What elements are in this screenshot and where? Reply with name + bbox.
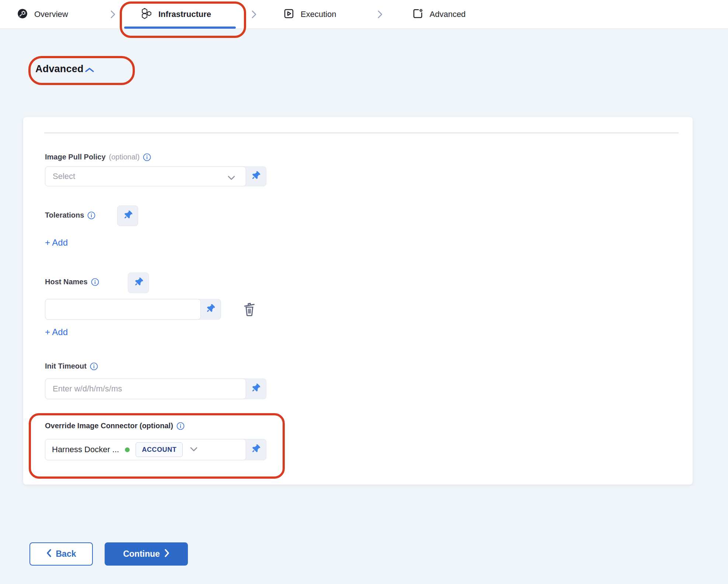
tab-infrastructure[interactable]: Infrastructure	[140, 0, 211, 29]
info-icon[interactable]	[143, 153, 151, 161]
pushpin-icon	[123, 211, 132, 221]
chevron-down-icon	[228, 175, 235, 182]
chevron-right-icon	[250, 10, 258, 19]
overview-icon	[17, 8, 28, 21]
host-names-pin-button[interactable]	[128, 272, 149, 293]
chevron-right-icon	[109, 10, 117, 19]
tolerations-add-button[interactable]: + Add	[45, 238, 68, 248]
tab-execution[interactable]: Execution	[283, 0, 336, 29]
trash-icon	[242, 300, 257, 319]
info-icon[interactable]	[87, 211, 95, 219]
tab-overview-label: Overview	[34, 10, 68, 19]
chevron-right-icon	[376, 10, 384, 19]
tolerations-label-text: Tolerations	[45, 211, 84, 219]
connector-status-dot	[125, 447, 130, 452]
image-pull-policy-label: Image Pull Policy (optional)	[45, 153, 151, 161]
init-timeout-input-wrap	[45, 379, 246, 399]
continue-button-label: Continue	[123, 549, 160, 559]
host-names-input[interactable]	[45, 299, 200, 319]
host-names-label-text: Host Names	[45, 278, 88, 286]
override-image-connector-select[interactable]: Harness Docker ... ACCOUNT	[45, 439, 246, 460]
override-image-connector-label: Override Image Connector (optional)	[45, 422, 185, 430]
pushpin-icon	[206, 304, 215, 314]
host-names-input-wrap	[45, 299, 201, 320]
info-icon[interactable]	[91, 278, 99, 286]
card-top-divider	[44, 133, 679, 133]
continue-button[interactable]: Continue	[105, 542, 188, 566]
host-names-add-button[interactable]: + Add	[45, 327, 68, 337]
pushpin-icon	[134, 278, 143, 288]
chevron-right-icon	[164, 549, 169, 559]
tab-execution-label: Execution	[301, 10, 336, 19]
tab-infrastructure-label: Infrastructure	[158, 10, 211, 19]
infrastructure-hexagons-icon	[140, 7, 153, 21]
execution-play-icon	[283, 8, 295, 21]
pushpin-icon	[251, 444, 260, 455]
init-timeout-label-text: Init Timeout	[45, 362, 87, 370]
advanced-section-header[interactable]: Advanced	[35, 63, 95, 75]
pushpin-icon	[251, 171, 260, 182]
tab-advanced[interactable]: Advanced	[412, 0, 466, 29]
tab-overview[interactable]: Overview	[17, 0, 68, 29]
connector-scope-badge: ACCOUNT	[136, 442, 183, 457]
image-pull-policy-select[interactable]: Select	[45, 166, 246, 186]
tolerations-pin-button[interactable]	[117, 205, 138, 226]
back-button-label: Back	[56, 549, 76, 559]
info-icon[interactable]	[90, 362, 98, 370]
host-names-delete-button[interactable]	[240, 300, 259, 319]
active-tab-underline	[124, 27, 236, 29]
image-pull-policy-placeholder: Select	[53, 172, 75, 181]
optional-suffix: (optional)	[109, 153, 140, 161]
tab-advanced-label: Advanced	[430, 10, 466, 19]
connector-value: Harness Docker ...	[52, 445, 119, 454]
advanced-gear-doc-icon	[412, 8, 424, 21]
collapse-chevron-up-icon[interactable]	[84, 67, 95, 73]
init-timeout-label: Init Timeout	[45, 362, 98, 370]
image-pull-policy-label-text: Image Pull Policy	[45, 153, 106, 161]
tolerations-label: Tolerations	[45, 211, 95, 219]
chevron-down-icon	[190, 446, 197, 453]
override-image-connector-label-text: Override Image Connector (optional)	[45, 422, 173, 430]
wizard-tab-bar: Overview Infrastructure	[0, 0, 728, 29]
host-names-label: Host Names	[45, 278, 99, 286]
pushpin-icon	[251, 384, 260, 394]
chevron-left-icon	[46, 549, 52, 559]
section-title: Advanced	[35, 63, 84, 75]
init-timeout-input[interactable]	[45, 379, 246, 399]
back-button[interactable]: Back	[29, 542, 93, 566]
info-icon[interactable]	[176, 422, 185, 430]
